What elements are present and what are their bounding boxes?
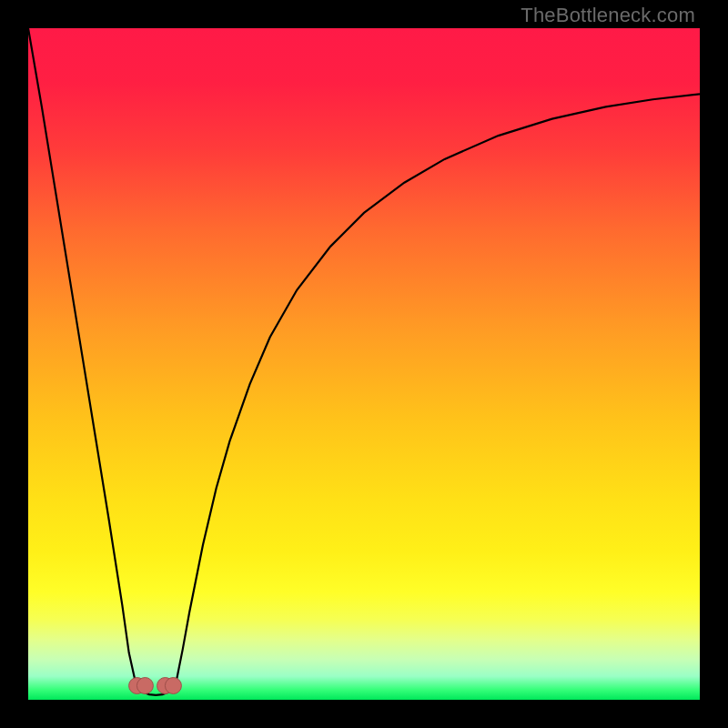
gradient-background (28, 28, 700, 700)
bottleneck-chart (28, 28, 700, 700)
plot-frame (28, 28, 700, 700)
trough-marker (136, 678, 153, 694)
attribution-text: TheBottleneck.com (521, 4, 695, 27)
trough-marker (165, 678, 181, 694)
